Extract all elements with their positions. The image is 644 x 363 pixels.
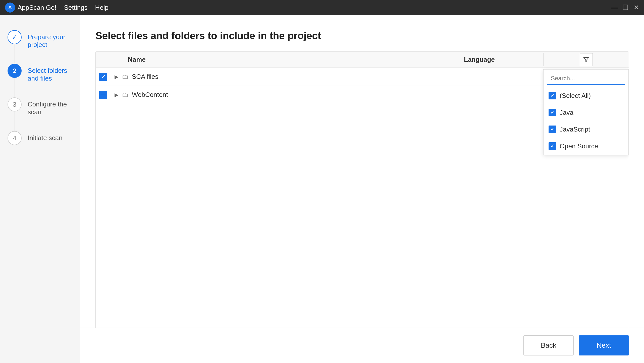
folder-icon: 🗀	[122, 73, 128, 81]
step-1: ✓ Prepare your project	[8, 30, 73, 64]
row-2-name: 🗀 WebContent	[122, 91, 458, 99]
page-title: Select files and folders to include in t…	[95, 30, 629, 41]
col-language-header: Language	[458, 56, 543, 64]
select-all-label: (Select All)	[560, 92, 591, 100]
dropdown-item-javascript[interactable]: JavaScript	[544, 121, 628, 138]
open-source-label: Open Source	[560, 142, 598, 150]
window-controls: — ❐ ✕	[611, 4, 639, 12]
row-1-checkbox[interactable]	[99, 73, 107, 81]
row-2-check[interactable]	[96, 91, 111, 99]
step-4: 4 Initiate scan	[8, 131, 73, 145]
dropdown-item-open-source[interactable]: Open Source	[544, 138, 628, 155]
step-circle-1: ✓	[8, 30, 22, 44]
svg-marker-0	[584, 57, 589, 62]
step-circle-4: 4	[8, 131, 22, 145]
step-2-label: Select folders and files	[28, 64, 73, 82]
file-table: Name Language	[95, 51, 629, 348]
dropdown-search-input[interactable]	[547, 72, 625, 85]
back-button[interactable]: Back	[523, 335, 574, 355]
row-2-label: WebContent	[132, 91, 168, 99]
table-header: Name Language	[96, 52, 629, 68]
app-logo: A AppScan Go!	[5, 3, 57, 13]
row-1-check[interactable]	[96, 73, 111, 81]
step-2: 2 Select folders and files	[8, 64, 73, 97]
app-name: AppScan Go!	[18, 4, 57, 12]
next-button[interactable]: Next	[579, 335, 629, 355]
open-source-checkbox[interactable]	[549, 142, 556, 150]
step-3-label: Configure the scan	[28, 97, 73, 116]
folder-icon: 🗀	[122, 91, 128, 99]
col-name-header: Name	[122, 56, 458, 64]
select-all-checkbox[interactable]	[549, 92, 556, 99]
row-1-name: 🗀 SCA files	[122, 73, 458, 81]
dropdown-item-java[interactable]: Java	[544, 104, 628, 121]
settings-menu[interactable]: Settings	[64, 4, 88, 12]
filter-button[interactable]	[580, 53, 593, 66]
step-3: 3 Configure the scan	[8, 97, 73, 131]
minimize-button[interactable]: —	[611, 4, 618, 12]
row-1-label: SCA files	[132, 73, 158, 81]
javascript-checkbox[interactable]	[549, 126, 556, 133]
language-filter-dropdown: (Select All) Java JavaScript Open S	[543, 69, 629, 155]
maximize-button[interactable]: ❐	[623, 4, 628, 12]
titlebar-nav: Settings Help	[64, 4, 109, 12]
row-2-checkbox[interactable]	[99, 91, 107, 99]
content-area: Select files and folders to include in t…	[80, 15, 644, 363]
dropdown-item-select-all[interactable]: (Select All)	[544, 87, 628, 104]
dropdown-search-container	[544, 70, 628, 87]
footer: Back Next	[80, 328, 644, 363]
sidebar: ✓ Prepare your project 2 Select folders …	[0, 15, 80, 363]
titlebar: A AppScan Go! Settings Help — ❐ ✕	[0, 0, 644, 15]
javascript-label: JavaScript	[560, 126, 590, 133]
step-1-label: Prepare your project	[28, 30, 73, 49]
step-circle-3: 3	[8, 97, 22, 111]
row-2-expand[interactable]: ▶	[111, 92, 122, 98]
col-filter-header: (Select All) Java JavaScript Open S	[543, 53, 629, 66]
help-menu[interactable]: Help	[95, 4, 109, 12]
step-circle-2: 2	[8, 64, 22, 78]
row-1-expand[interactable]: ▶	[111, 74, 122, 80]
java-checkbox[interactable]	[549, 109, 556, 116]
main-layout: ✓ Prepare your project 2 Select folders …	[0, 15, 644, 363]
step-4-label: Initiate scan	[28, 131, 63, 142]
close-button[interactable]: ✕	[633, 4, 639, 12]
java-label: Java	[560, 109, 573, 116]
logo-icon: A	[5, 3, 15, 13]
